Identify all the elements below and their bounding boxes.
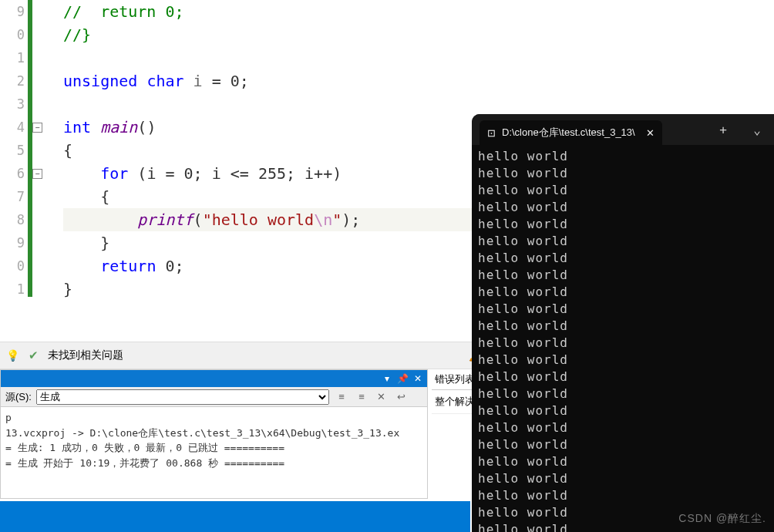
watermark: CSDN @醉红尘. — [678, 512, 766, 526]
check-icon: ✔ — [29, 348, 39, 362]
source-select[interactable]: 生成 — [36, 389, 329, 405]
output-titlebar: ▾ 📌 ✕ — [1, 370, 427, 387]
source-label: 源(S): — [5, 390, 32, 404]
goto-next-icon[interactable]: ≡ — [354, 389, 369, 405]
dropdown-icon[interactable]: ▾ — [381, 373, 393, 384]
chevron-down-icon[interactable]: ⌄ — [740, 123, 774, 137]
console-titlebar: ⊡ D:\clone仓库\test.c\test_3_13\ ✕ + ⌄ — [472, 114, 774, 145]
status-text: 未找到相关问题 — [48, 348, 123, 362]
fold-toggle-icon[interactable]: − — [32, 123, 42, 133]
output-text[interactable]: p13.vcxproj -> D:\clone仓库\test.c\test_3_… — [1, 407, 427, 473]
clear-icon[interactable]: ✕ — [374, 389, 389, 405]
goto-prev-icon[interactable]: ≡ — [334, 389, 349, 405]
fold-column: − − — [28, 0, 49, 339]
console-output[interactable]: hello worldhello worldhello worldhello w… — [472, 145, 774, 532]
line-gutter: 9012345678901 — [0, 0, 28, 339]
new-tab-icon[interactable]: + — [706, 123, 740, 137]
terminal-icon: ⊡ — [487, 127, 496, 139]
close-icon[interactable]: ✕ — [412, 373, 424, 384]
close-icon[interactable]: ✕ — [646, 127, 655, 139]
output-toolbar: 源(S): 生成 ≡ ≡ ✕ ↩ — [1, 387, 427, 407]
console-window[interactable]: ⊡ D:\clone仓库\test.c\test_3_13\ ✕ + ⌄ hel… — [472, 114, 774, 532]
lightbulb-icon[interactable]: 💡 — [6, 349, 19, 362]
console-title: D:\clone仓库\test.c\test_3_13\ — [502, 126, 635, 140]
fold-toggle-icon[interactable]: − — [32, 169, 42, 179]
pin-icon[interactable]: 📌 — [396, 373, 409, 384]
console-tab[interactable]: ⊡ D:\clone仓库\test.c\test_3_13\ ✕ — [480, 120, 662, 145]
output-panel: ▾ 📌 ✕ 源(S): 生成 ≡ ≡ ✕ ↩ p13.vcxproj -> D:… — [0, 369, 428, 499]
bottom-status-bar — [0, 501, 470, 532]
wrap-icon[interactable]: ↩ — [394, 389, 409, 405]
